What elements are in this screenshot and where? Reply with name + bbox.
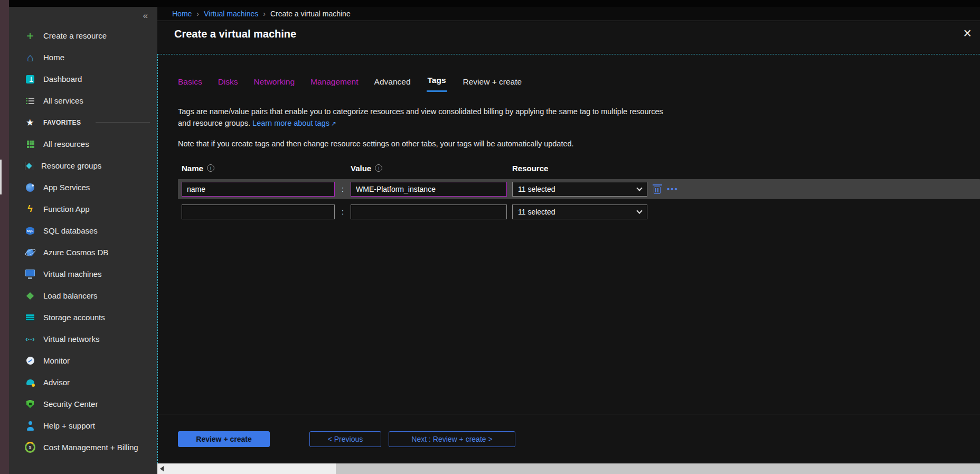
sidebar-item-label: Monitor	[43, 356, 70, 365]
next-review-create-button[interactable]: Next : Review + create >	[389, 431, 515, 447]
info-icon[interactable]	[375, 164, 382, 172]
tag-row-1: : 11 selected	[178, 179, 980, 199]
breadcrumb-separator-icon: ›	[196, 10, 199, 18]
delete-tag-icon[interactable]	[654, 187, 661, 194]
tags-description: Tags are name/value pairs that enable yo…	[178, 106, 674, 129]
blade-body: Basics Disks Networking Management Advan…	[157, 54, 980, 463]
tag-name-input[interactable]	[182, 205, 335, 219]
cost-management-icon	[25, 442, 35, 453]
review-create-button[interactable]: Review + create	[178, 431, 270, 447]
sidebar-item-label: Help + support	[43, 421, 95, 430]
column-header-resource: Resource	[512, 164, 647, 173]
blade-header: Create a virtual machine ×	[157, 21, 980, 47]
tab-review-create[interactable]: Review + create	[463, 77, 522, 92]
name-value-separator: :	[335, 208, 351, 216]
tab-advanced[interactable]: Advanced	[374, 77, 411, 92]
sidebar-item-cost-management-billing[interactable]: Cost Management + Billing	[9, 436, 157, 458]
wizard-tabs: Basics Disks Networking Management Advan…	[178, 76, 980, 92]
tab-disks[interactable]: Disks	[218, 77, 238, 92]
horizontal-scrollbar[interactable]	[157, 463, 980, 474]
tag-value-input[interactable]	[351, 182, 507, 197]
sidebar-item-resource-groups[interactable]: Resource groups	[9, 155, 157, 176]
sidebar-item-label: Virtual networks	[43, 334, 99, 343]
sidebar-item-azure-cosmos-db[interactable]: Azure Cosmos DB	[9, 241, 157, 263]
resource-dropdown-value: 11 selected	[518, 208, 555, 216]
sidebar-item-all-resources[interactable]: All resources	[9, 133, 157, 155]
page-title: Create a virtual machine	[174, 28, 296, 40]
name-header-label: Name	[182, 164, 203, 173]
all-services-icon	[25, 96, 35, 106]
scroll-left-arrow-icon	[160, 466, 164, 471]
function-app-icon	[25, 204, 35, 215]
tab-tags[interactable]: Tags	[427, 76, 447, 92]
virtual-networks-icon	[25, 334, 35, 345]
sidebar-item-label: Home	[43, 53, 64, 62]
sidebar-item-monitor[interactable]: Monitor	[9, 350, 157, 371]
cosmos-db-icon	[25, 247, 35, 258]
more-options-icon[interactable]	[667, 184, 679, 193]
tab-basics[interactable]: Basics	[178, 77, 202, 92]
sidebar-nav: Create a resource Home Dashboard All ser…	[9, 25, 157, 458]
sidebar-item-virtual-machines[interactable]: Virtual machines	[9, 263, 157, 285]
sidebar-item-app-services[interactable]: App Services	[9, 176, 157, 198]
sidebar-item-storage-accounts[interactable]: Storage accounts	[9, 306, 157, 328]
resource-dropdown[interactable]: 11 selected	[512, 182, 647, 197]
app-services-icon	[25, 182, 35, 193]
sidebar-item-all-services[interactable]: All services	[9, 90, 157, 111]
sidebar-item-home[interactable]: Home	[9, 47, 157, 68]
sidebar-section-label: FAVORITES	[43, 119, 81, 126]
breadcrumb-virtual-machines-link[interactable]: Virtual machines	[204, 10, 258, 18]
tag-name-input[interactable]	[182, 182, 335, 197]
sidebar-item-function-app[interactable]: Function App	[9, 198, 157, 220]
tags-tab-content: Basics Disks Networking Management Advan…	[158, 54, 980, 414]
breadcrumb: Home › Virtual machines › Create a virtu…	[157, 7, 980, 21]
tag-value-input[interactable]	[351, 205, 507, 219]
tags-note: Note that if you create tags and then ch…	[178, 140, 980, 148]
wizard-footer: Review + create < Previous Next : Review…	[158, 414, 980, 463]
breadcrumb-home-link[interactable]: Home	[172, 10, 192, 18]
sidebar-item-security-center[interactable]: Security Center	[9, 393, 157, 415]
main-panel: Home › Virtual machines › Create a virtu…	[157, 7, 980, 474]
info-icon[interactable]	[207, 164, 214, 172]
resource-dropdown[interactable]: 11 selected	[512, 205, 647, 219]
previous-button[interactable]: < Previous	[309, 431, 381, 447]
sidebar-item-label: Function App	[43, 205, 90, 213]
sidebar-collapse-row: «	[9, 7, 157, 25]
collapse-sidebar-icon[interactable]: «	[143, 11, 148, 21]
horizontal-scrollbar-thumb[interactable]	[157, 463, 336, 474]
sidebar-item-dashboard[interactable]: Dashboard	[9, 68, 157, 90]
resource-groups-icon	[25, 162, 33, 170]
sidebar-item-create-a-resource[interactable]: Create a resource	[9, 25, 157, 47]
breadcrumb-current-page: Create a virtual machine	[270, 10, 351, 18]
learn-more-link[interactable]: Learn more about tags	[252, 119, 329, 127]
sidebar-item-label: SQL databases	[43, 226, 98, 235]
top-bar	[9, 0, 980, 7]
load-balancers-icon	[25, 291, 35, 301]
sidebar-item-virtual-networks[interactable]: Virtual networks	[9, 328, 157, 350]
sidebar-item-label: Azure Cosmos DB	[43, 248, 108, 257]
resource-header-label: Resource	[512, 164, 548, 173]
edge-scroll-indicator	[0, 160, 2, 194]
sidebar-item-sql-databases[interactable]: SQL databases	[9, 220, 157, 241]
value-header-label: Value	[351, 164, 371, 173]
sidebar-item-label: Create a resource	[43, 31, 107, 40]
sidebar-section-favorites: FAVORITES	[9, 111, 157, 133]
sidebar-item-load-balancers[interactable]: Load balancers	[9, 285, 157, 306]
tab-networking[interactable]: Networking	[254, 77, 295, 92]
sidebar: « Create a resource Home Dashboard All s…	[9, 0, 157, 474]
chevron-down-icon	[636, 185, 642, 191]
sidebar-item-label: App Services	[43, 183, 90, 192]
tab-management[interactable]: Management	[310, 77, 358, 92]
favorites-divider	[96, 122, 150, 123]
sidebar-item-advisor[interactable]: Advisor	[9, 371, 157, 393]
sidebar-item-label: All services	[43, 96, 83, 105]
security-center-icon	[25, 399, 35, 410]
breadcrumb-separator-icon: ›	[263, 10, 266, 18]
sidebar-item-label: Cost Management + Billing	[43, 443, 138, 452]
tags-table: Name Value Resource	[178, 164, 980, 222]
row-actions	[647, 184, 684, 194]
virtual-machines-icon	[25, 269, 35, 280]
close-icon[interactable]: ×	[963, 26, 972, 41]
resource-dropdown-value: 11 selected	[518, 185, 555, 193]
sidebar-item-help-support[interactable]: Help + support	[9, 415, 157, 436]
